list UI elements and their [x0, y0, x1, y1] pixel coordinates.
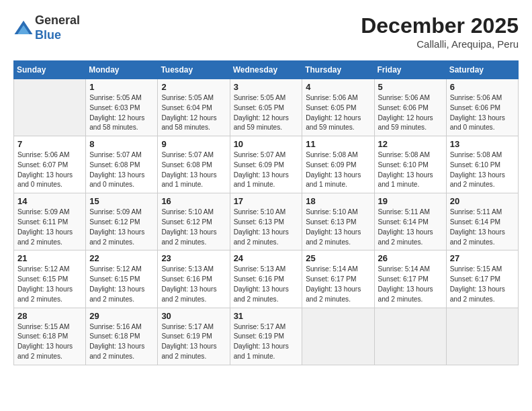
day-number: 4: [306, 82, 370, 92]
calendar-cell: 21Sunrise: 5:12 AM Sunset: 6:15 PM Dayli…: [14, 250, 86, 308]
logo-general: General: [35, 13, 80, 28]
calendar-cell: 26Sunrise: 5:14 AM Sunset: 6:17 PM Dayli…: [374, 250, 446, 308]
day-number: 18: [306, 196, 370, 206]
title-block: December 2025 Callalli, Arequipa, Peru: [361, 13, 519, 50]
calendar-cell: 25Sunrise: 5:14 AM Sunset: 6:17 PM Dayli…: [302, 250, 374, 308]
day-number: 12: [378, 139, 443, 149]
day-info: Sunrise: 5:10 AM Sunset: 6:12 PM Dayligh…: [161, 208, 226, 247]
calendar-cell: 15Sunrise: 5:09 AM Sunset: 6:12 PM Dayli…: [86, 193, 158, 250]
day-info: Sunrise: 5:11 AM Sunset: 6:14 PM Dayligh…: [378, 208, 443, 247]
calendar-cell: 22Sunrise: 5:12 AM Sunset: 6:15 PM Dayli…: [86, 250, 158, 308]
day-info: Sunrise: 5:13 AM Sunset: 6:16 PM Dayligh…: [234, 265, 299, 304]
day-info: Sunrise: 5:12 AM Sunset: 6:15 PM Dayligh…: [89, 265, 154, 304]
day-number: 5: [378, 82, 443, 92]
day-number: 24: [234, 253, 299, 263]
day-number: 17: [234, 196, 299, 206]
day-number: 30: [161, 311, 226, 321]
day-of-week-thursday: Thursday: [302, 61, 374, 79]
day-info: Sunrise: 5:06 AM Sunset: 6:06 PM Dayligh…: [450, 93, 515, 133]
calendar-cell: 3Sunrise: 5:05 AM Sunset: 6:05 PM Daylig…: [230, 79, 302, 136]
calendar-cell: 20Sunrise: 5:11 AM Sunset: 6:14 PM Dayli…: [446, 193, 518, 250]
day-info: Sunrise: 5:14 AM Sunset: 6:17 PM Dayligh…: [306, 265, 370, 304]
day-number: 15: [89, 196, 154, 206]
day-number: 31: [234, 311, 299, 321]
day-info: Sunrise: 5:05 AM Sunset: 6:04 PM Dayligh…: [161, 93, 226, 133]
logo: General Blue: [13, 13, 80, 42]
day-number: 29: [89, 311, 154, 321]
day-number: 10: [234, 139, 299, 149]
day-info: Sunrise: 5:12 AM Sunset: 6:15 PM Dayligh…: [17, 265, 82, 304]
calendar-cell: 13Sunrise: 5:08 AM Sunset: 6:10 PM Dayli…: [446, 136, 518, 193]
calendar-cell: 9Sunrise: 5:07 AM Sunset: 6:08 PM Daylig…: [158, 136, 230, 193]
calendar-cell: 18Sunrise: 5:10 AM Sunset: 6:13 PM Dayli…: [302, 193, 374, 250]
day-info: Sunrise: 5:15 AM Sunset: 6:17 PM Dayligh…: [450, 265, 515, 304]
page-header: General Blue December 2025 Callalli, Are…: [13, 13, 519, 50]
day-of-week-sunday: Sunday: [14, 61, 86, 79]
calendar-cell: 6Sunrise: 5:06 AM Sunset: 6:06 PM Daylig…: [446, 79, 518, 136]
day-of-week-tuesday: Tuesday: [158, 61, 230, 79]
calendar-header: SundayMondayTuesdayWednesdayThursdayFrid…: [14, 61, 519, 79]
day-of-week-monday: Monday: [86, 61, 158, 79]
calendar-cell: 1Sunrise: 5:05 AM Sunset: 6:03 PM Daylig…: [86, 79, 158, 136]
week-row-2: 7Sunrise: 5:06 AM Sunset: 6:07 PM Daylig…: [14, 136, 519, 193]
day-number: 9: [161, 139, 226, 149]
day-info: Sunrise: 5:17 AM Sunset: 6:19 PM Dayligh…: [234, 322, 299, 362]
logo-icon: [13, 18, 34, 38]
week-row-5: 28Sunrise: 5:15 AM Sunset: 6:18 PM Dayli…: [14, 308, 519, 365]
week-row-3: 14Sunrise: 5:09 AM Sunset: 6:11 PM Dayli…: [14, 193, 519, 250]
calendar-cell: 28Sunrise: 5:15 AM Sunset: 6:18 PM Dayli…: [14, 308, 86, 365]
day-info: Sunrise: 5:17 AM Sunset: 6:19 PM Dayligh…: [161, 322, 226, 362]
day-info: Sunrise: 5:07 AM Sunset: 6:08 PM Dayligh…: [161, 150, 226, 190]
calendar-cell: 16Sunrise: 5:10 AM Sunset: 6:12 PM Dayli…: [158, 193, 230, 250]
calendar-cell: 11Sunrise: 5:08 AM Sunset: 6:09 PM Dayli…: [302, 136, 374, 193]
day-number: 19: [378, 196, 443, 206]
day-number: 22: [89, 253, 154, 263]
calendar-body: 1Sunrise: 5:05 AM Sunset: 6:03 PM Daylig…: [14, 79, 519, 365]
day-number: 2: [161, 82, 226, 92]
day-info: Sunrise: 5:10 AM Sunset: 6:13 PM Dayligh…: [234, 208, 299, 247]
calendar-cell: 17Sunrise: 5:10 AM Sunset: 6:13 PM Dayli…: [230, 193, 302, 250]
calendar-cell: 30Sunrise: 5:17 AM Sunset: 6:19 PM Dayli…: [158, 308, 230, 365]
day-info: Sunrise: 5:05 AM Sunset: 6:03 PM Dayligh…: [89, 93, 154, 133]
day-info: Sunrise: 5:08 AM Sunset: 6:10 PM Dayligh…: [450, 150, 515, 190]
calendar-cell: [374, 308, 446, 365]
week-row-1: 1Sunrise: 5:05 AM Sunset: 6:03 PM Daylig…: [14, 79, 519, 136]
logo-blue: Blue: [35, 28, 80, 43]
day-info: Sunrise: 5:08 AM Sunset: 6:10 PM Dayligh…: [378, 150, 443, 190]
day-info: Sunrise: 5:09 AM Sunset: 6:11 PM Dayligh…: [17, 208, 82, 247]
day-number: 27: [450, 253, 515, 263]
calendar-cell: 27Sunrise: 5:15 AM Sunset: 6:17 PM Dayli…: [446, 250, 518, 308]
day-info: Sunrise: 5:15 AM Sunset: 6:18 PM Dayligh…: [17, 322, 82, 362]
logo-text: General Blue: [35, 13, 80, 42]
day-number: 26: [378, 253, 443, 263]
calendar-cell: 29Sunrise: 5:16 AM Sunset: 6:18 PM Dayli…: [86, 308, 158, 365]
day-number: 25: [306, 253, 370, 263]
day-info: Sunrise: 5:11 AM Sunset: 6:14 PM Dayligh…: [450, 208, 515, 247]
calendar-cell: 12Sunrise: 5:08 AM Sunset: 6:10 PM Dayli…: [374, 136, 446, 193]
day-number: 13: [450, 139, 515, 149]
day-info: Sunrise: 5:09 AM Sunset: 6:12 PM Dayligh…: [89, 208, 154, 247]
location: Callalli, Arequipa, Peru: [361, 38, 519, 50]
day-number: 3: [234, 82, 299, 92]
calendar-cell: 8Sunrise: 5:07 AM Sunset: 6:08 PM Daylig…: [86, 136, 158, 193]
day-info: Sunrise: 5:16 AM Sunset: 6:18 PM Dayligh…: [89, 322, 154, 362]
day-number: 6: [450, 82, 515, 92]
day-of-week-saturday: Saturday: [446, 61, 518, 79]
day-info: Sunrise: 5:10 AM Sunset: 6:13 PM Dayligh…: [306, 208, 370, 247]
day-number: 11: [306, 139, 370, 149]
day-info: Sunrise: 5:14 AM Sunset: 6:17 PM Dayligh…: [378, 265, 443, 304]
day-number: 21: [17, 253, 82, 263]
calendar-cell: 31Sunrise: 5:17 AM Sunset: 6:19 PM Dayli…: [230, 308, 302, 365]
calendar-table: SundayMondayTuesdayWednesdayThursdayFrid…: [13, 60, 519, 365]
calendar-cell: 23Sunrise: 5:13 AM Sunset: 6:16 PM Dayli…: [158, 250, 230, 308]
day-number: 28: [17, 311, 82, 321]
day-number: 14: [17, 196, 82, 206]
day-number: 16: [161, 196, 226, 206]
calendar-cell: [14, 79, 86, 136]
day-info: Sunrise: 5:06 AM Sunset: 6:05 PM Dayligh…: [306, 93, 370, 133]
calendar-cell: 19Sunrise: 5:11 AM Sunset: 6:14 PM Dayli…: [374, 193, 446, 250]
day-number: 1: [89, 82, 154, 92]
calendar-cell: 24Sunrise: 5:13 AM Sunset: 6:16 PM Dayli…: [230, 250, 302, 308]
calendar-cell: [446, 308, 518, 365]
calendar-cell: 4Sunrise: 5:06 AM Sunset: 6:05 PM Daylig…: [302, 79, 374, 136]
